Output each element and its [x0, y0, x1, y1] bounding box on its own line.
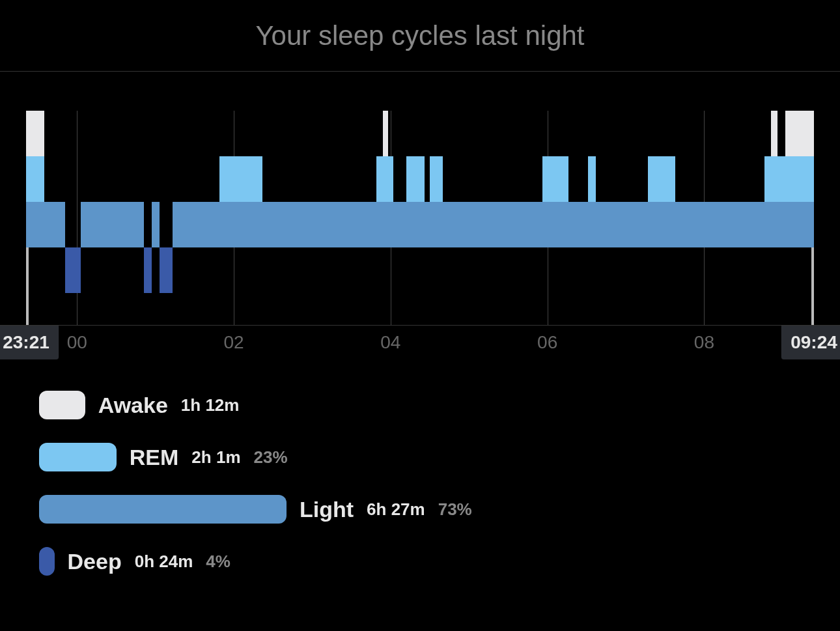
legend-name: Awake: [98, 393, 168, 418]
legend-swatch-light: [39, 495, 287, 524]
time-axis: 23:21 09:24 0002040608: [0, 326, 840, 365]
legend-swatch-awake: [39, 391, 85, 419]
start-time-badge: 23:21: [0, 326, 59, 359]
sleep-segment-light: [44, 202, 65, 247]
time-tick: 08: [694, 332, 714, 353]
sleep-segment-light: [425, 202, 430, 247]
sleep-segment-awake: [771, 111, 777, 156]
sleep-segment-deep: [65, 247, 81, 293]
sleep-segment-deep: [144, 247, 152, 293]
sleep-segment-rem: [777, 156, 785, 202]
legend-name: REM: [130, 445, 179, 470]
legend-row-deep: Deep 0h 24m 4%: [39, 547, 801, 576]
legend-duration: 1h 12m: [181, 395, 240, 415]
legend-swatch-deep: [39, 547, 55, 576]
time-tick: 04: [380, 332, 400, 353]
sleep-segment-light: [568, 202, 588, 247]
time-tick: 06: [537, 332, 557, 353]
legend-percent: 73%: [438, 499, 472, 520]
sleep-segment-awake: [26, 111, 44, 156]
legend-duration: 6h 27m: [367, 499, 425, 520]
legend-row-rem: REM 2h 1m 23%: [39, 443, 801, 471]
sleep-segment-light: [675, 202, 764, 247]
sleep-segment-light: [152, 202, 160, 247]
sleep-segment-rem: [542, 156, 568, 202]
sleep-segment-light: [596, 202, 648, 247]
legend-percent: 4%: [206, 552, 231, 572]
legend-duration: 2h 1m: [191, 447, 240, 468]
sleep-segment-deep: [160, 247, 173, 293]
legend-name: Deep: [68, 549, 122, 574]
time-tick: 02: [223, 332, 244, 353]
sleep-segment-light: [443, 202, 542, 247]
sleep-segment-light: [81, 202, 143, 247]
time-tick: 00: [67, 332, 87, 353]
sleep-segment-rem: [219, 156, 262, 202]
sleep-segment-rem: [388, 156, 393, 202]
end-time-badge: 09:24: [781, 326, 840, 359]
legend-duration: 0h 24m: [135, 552, 193, 572]
sleep-segment-rem: [764, 156, 771, 202]
legend-percent: 23%: [254, 447, 288, 468]
legend-name: Light: [300, 497, 354, 522]
sleep-segment-rem: [406, 156, 425, 202]
legend-row-light: Light 6h 27m 73%: [39, 495, 801, 524]
sleep-segment-rem: [588, 156, 596, 202]
sleep-chart: [0, 72, 840, 326]
sleep-segment-light: [262, 202, 376, 247]
sleep-segment-awake: [383, 111, 388, 156]
legend-row-awake: Awake 1h 12m: [39, 391, 801, 419]
sleep-segment-light: [393, 202, 406, 247]
sleep-segment-light: [173, 202, 219, 247]
page-header: Your sleep cycles last night: [0, 0, 840, 72]
page-title: Your sleep cycles last night: [255, 20, 584, 51]
sleep-segment-awake: [785, 111, 814, 156]
sleep-segment-rem: [430, 156, 443, 202]
legend-swatch-rem: [39, 443, 117, 471]
sleep-segment-rem: [376, 156, 383, 202]
legend: Awake 1h 12m REM 2h 1m 23% Light 6h 27m …: [0, 365, 840, 576]
sleep-segment-rem: [648, 156, 675, 202]
